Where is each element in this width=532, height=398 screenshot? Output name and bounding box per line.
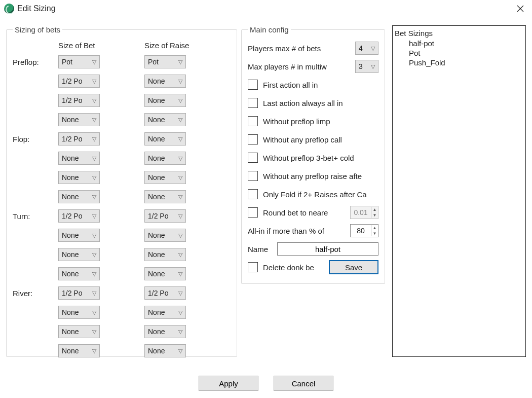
list-item[interactable]: half-pot — [395, 39, 523, 48]
chevron-down-icon: ▽ — [92, 251, 96, 258]
option-label: First action all in — [263, 81, 378, 89]
max-multiway-select[interactable]: 3 ▽ — [355, 60, 378, 73]
chevron-down-icon: ▽ — [92, 155, 96, 162]
bet-size-select[interactable]: None▽ — [58, 306, 100, 319]
option-checkbox[interactable] — [248, 116, 258, 126]
cancel-button[interactable]: Cancel — [274, 376, 333, 391]
allin-pct-label: All-in if more than % of — [248, 227, 345, 235]
raise-size-select[interactable]: None▽ — [144, 190, 186, 203]
round-bet-label: Round bet to neare — [263, 208, 345, 217]
chevron-down-icon: ▽ — [178, 136, 182, 142]
main-config-legend: Main config — [248, 25, 291, 34]
raise-size-select[interactable]: None▽ — [144, 306, 186, 319]
chevron-down-icon: ▽ — [92, 136, 96, 142]
raise-size-select[interactable]: None▽ — [144, 132, 186, 146]
chevron-down-icon: ▽ — [92, 271, 96, 277]
raise-size-select[interactable]: None▽ — [144, 248, 186, 261]
chevron-down-icon: ▽ — [92, 232, 96, 239]
chevron-down-icon: ▽ — [92, 59, 96, 65]
bet-size-select[interactable]: 1/2 Po▽ — [58, 209, 100, 223]
bet-sizings-header: Bet Sizings — [395, 29, 523, 38]
chevron-down-icon: ▽ — [178, 271, 182, 277]
bet-size-select[interactable]: None▽ — [58, 171, 100, 184]
players-max-bets-select[interactable]: 4 ▽ — [355, 42, 378, 55]
option-checkbox[interactable] — [248, 98, 258, 108]
chevron-down-icon: ▽ — [178, 155, 182, 162]
chevron-down-icon: ▽ — [178, 97, 182, 104]
sizing-of-bets-group: Sizing of bets Size of Bet Size of Raise… — [6, 25, 237, 357]
bet-size-select[interactable]: None▽ — [58, 152, 100, 165]
chevron-down-icon: ▽ — [178, 59, 182, 65]
option-checkbox[interactable] — [248, 153, 258, 163]
bet-size-select[interactable]: 1/2 Po▽ — [58, 94, 100, 107]
bet-sizings-listbox[interactable]: Bet Sizings half-potPotPush_Fold — [392, 25, 526, 357]
chevron-down-icon: ▽ — [92, 309, 96, 316]
bet-size-select[interactable]: None▽ — [58, 267, 100, 280]
chevron-down-icon: ▽ — [92, 194, 96, 200]
close-icon[interactable] — [513, 1, 528, 16]
round-bet-checkbox[interactable] — [248, 207, 258, 218]
round-bet-spin[interactable]: 0.01 ▲▼ — [350, 206, 378, 219]
chevron-down-icon: ▽ — [178, 348, 182, 354]
bet-size-select[interactable]: None▽ — [58, 113, 100, 126]
bet-size-select[interactable]: Pot▽ — [58, 55, 100, 68]
option-label: Without any preflop raise afte — [263, 172, 378, 180]
bet-size-select[interactable]: None▽ — [58, 344, 100, 357]
name-input[interactable] — [277, 242, 378, 256]
street-label: River: — [13, 289, 58, 298]
chevron-down-icon: ▽ — [92, 348, 96, 354]
window-title: Edit Sizing — [17, 4, 56, 13]
bet-size-select[interactable]: None▽ — [58, 229, 100, 242]
bet-size-select[interactable]: 1/2 Po▽ — [58, 286, 100, 300]
option-checkbox[interactable] — [248, 80, 258, 90]
raise-size-select[interactable]: None▽ — [144, 75, 186, 88]
chevron-down-icon: ▽ — [92, 290, 96, 297]
delete-donk-checkbox[interactable] — [248, 262, 258, 272]
raise-size-select[interactable]: 1/2 Po▽ — [144, 286, 186, 300]
chevron-down-icon: ▽ — [178, 329, 182, 335]
header-size-of-raise: Size of Raise — [144, 41, 231, 50]
raise-size-select[interactable]: None▽ — [144, 267, 186, 280]
raise-size-select[interactable]: None▽ — [144, 344, 186, 357]
raise-size-select[interactable]: 1/2 Po▽ — [144, 209, 186, 223]
option-checkbox[interactable] — [248, 134, 258, 144]
raise-size-select[interactable]: None▽ — [144, 325, 186, 338]
bet-size-select[interactable]: 1/2 Po▽ — [58, 75, 100, 88]
raise-size-select[interactable]: None▽ — [144, 171, 186, 184]
chevron-down-icon: ▽ — [92, 213, 96, 220]
header-size-of-bet: Size of Bet — [58, 41, 144, 50]
chevron-down-icon: ▽ — [178, 213, 182, 220]
delete-donk-label: Delete donk be — [263, 263, 324, 272]
list-item[interactable]: Push_Fold — [395, 58, 523, 67]
chevron-down-icon: ▽ — [178, 251, 182, 258]
chevron-down-icon: ▽ — [178, 117, 182, 123]
option-label: Without preflop limp — [263, 117, 378, 126]
name-label: Name — [248, 245, 272, 254]
raise-size-select[interactable]: Pot▽ — [144, 55, 186, 68]
bet-size-select[interactable]: 1/2 Po▽ — [58, 132, 100, 146]
apply-button[interactable]: Apply — [199, 376, 258, 391]
bet-size-select[interactable]: None▽ — [58, 248, 100, 261]
chevron-down-icon: ▽ — [92, 329, 96, 335]
raise-size-select[interactable]: None▽ — [144, 152, 186, 165]
list-item[interactable]: Pot — [395, 48, 523, 58]
street-label: Turn: — [13, 212, 58, 221]
max-multiway-label: Max players # in multiw — [248, 62, 350, 71]
bet-size-select[interactable]: None▽ — [58, 325, 100, 338]
chevron-down-icon: ▽ — [178, 194, 182, 200]
chevron-down-icon: ▽ — [178, 232, 182, 239]
titlebar: Edit Sizing — [0, 0, 532, 20]
main-config-group: Main config Players max # of bets 4 ▽ Ma… — [241, 25, 385, 284]
raise-size-select[interactable]: None▽ — [144, 113, 186, 126]
chevron-down-icon: ▽ — [92, 174, 96, 181]
option-checkbox[interactable] — [248, 189, 258, 199]
bet-size-select[interactable]: None▽ — [58, 190, 100, 203]
players-max-bets-label: Players max # of bets — [248, 44, 350, 53]
option-checkbox[interactable] — [248, 171, 258, 181]
app-icon — [4, 4, 14, 14]
raise-size-select[interactable]: None▽ — [144, 94, 186, 107]
raise-size-select[interactable]: None▽ — [144, 229, 186, 242]
save-button[interactable]: Save — [329, 260, 378, 274]
allin-pct-spin[interactable]: 80 ▲▼ — [350, 224, 378, 237]
street-label: Flop: — [13, 135, 58, 143]
